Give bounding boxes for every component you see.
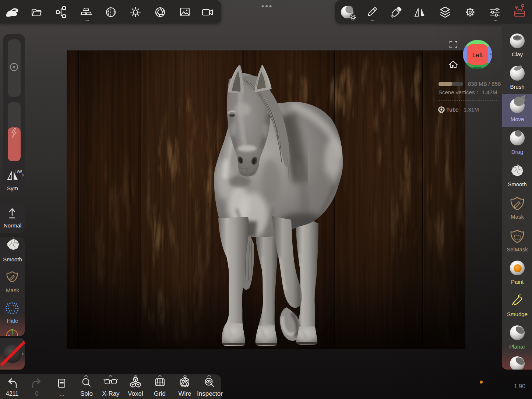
svg-text:...: ... [494,17,498,22]
svg-text:Left: Left [472,52,483,59]
svg-text:...: ... [371,17,375,22]
svg-text:...: ... [85,17,89,22]
svg-text:L/W: L/W [15,169,22,174]
svg-text:F: F [490,52,492,57]
